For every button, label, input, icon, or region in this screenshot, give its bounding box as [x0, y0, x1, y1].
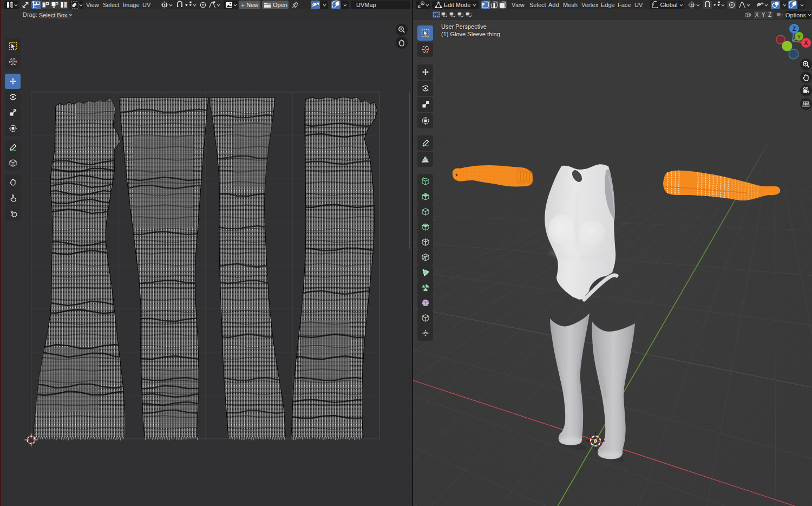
svg-text:Z: Z — [793, 26, 796, 32]
svg-text:Y: Y — [797, 34, 801, 40]
svg-text:X: X — [804, 40, 808, 46]
